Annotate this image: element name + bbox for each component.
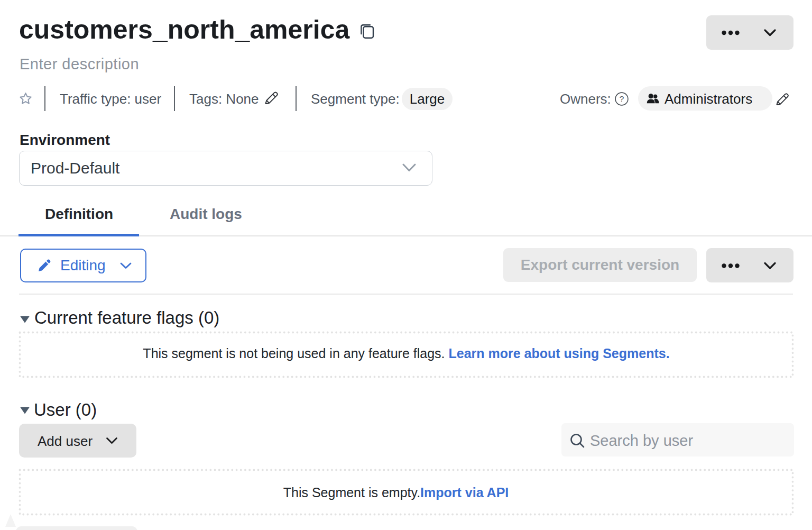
svg-text:?: ? (620, 94, 624, 103)
